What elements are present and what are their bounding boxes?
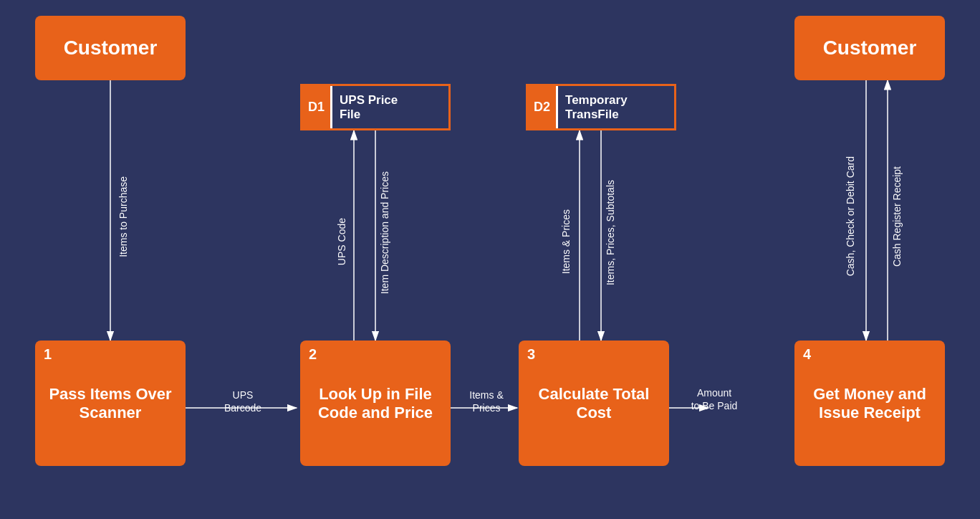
ups-code-text: UPS Code bbox=[336, 218, 347, 265]
datastore-d1-wrapper: D1 UPS Price File bbox=[300, 84, 451, 130]
label-amount-paid: Amount to Be Paid bbox=[675, 386, 754, 412]
cash-check-text: Cash, Check or Debit Card bbox=[845, 156, 856, 276]
amount-paid-text: Amount to Be Paid bbox=[691, 387, 738, 411]
items-prices-subtotals-text: Items, Prices, Subtotals bbox=[605, 180, 616, 285]
process-box-1: 1 Pass Items Over Scanner bbox=[35, 341, 186, 466]
label-item-desc: Item Description and Prices bbox=[379, 134, 390, 331]
process-number-2: 2 bbox=[309, 346, 317, 363]
datastore-d1-id: D1 bbox=[302, 86, 332, 128]
label-cash-register-receipt: Cash Register Receipt bbox=[891, 102, 903, 331]
ups-barcode-text: UPS Barcode bbox=[224, 389, 261, 414]
process-label-1: Pass Items Over Scanner bbox=[49, 385, 171, 422]
label-items-to-purchase: Items to Purchase bbox=[117, 109, 129, 324]
items-to-purchase-text: Items to Purchase bbox=[117, 176, 129, 257]
datastore-d2-id: D2 bbox=[528, 86, 558, 128]
process-number-3: 3 bbox=[527, 346, 535, 363]
process-label-4: Get Money and Issue Receipt bbox=[813, 385, 926, 422]
actor-customer-left: Customer bbox=[35, 16, 186, 80]
process-number-1: 1 bbox=[44, 346, 52, 363]
process-4: 4 Get Money and Issue Receipt bbox=[794, 341, 945, 466]
datastore-d1-name: UPS Price File bbox=[332, 86, 448, 128]
full-diagram: Customer Customer D1 UPS Price File bbox=[17, 9, 963, 510]
diagram-container: Customer Customer D1 UPS Price File bbox=[0, 0, 980, 519]
actor-box-right: Customer bbox=[794, 16, 945, 80]
process-label-3: Calculate Total Cost bbox=[539, 385, 650, 422]
process-box-2: 2 Look Up in File Code and Price bbox=[300, 341, 451, 466]
items-prices-up-text: Items & Prices bbox=[560, 209, 572, 274]
datastore-d2-wrapper: D2 Temporary TransFile bbox=[526, 84, 676, 130]
label-ups-code: UPS Code bbox=[336, 152, 347, 331]
process-label-2: Look Up in File Code and Price bbox=[318, 385, 433, 422]
datastore-d1: D1 UPS Price File bbox=[300, 84, 451, 130]
label-items-prices-horiz: Items & Prices bbox=[458, 389, 515, 414]
datastore-d2: D2 Temporary TransFile bbox=[526, 84, 676, 130]
label-cash-check: Cash, Check or Debit Card bbox=[845, 102, 856, 331]
actor-right-label: Customer bbox=[823, 37, 917, 59]
label-ups-barcode: UPS Barcode bbox=[189, 389, 297, 414]
actor-left-label: Customer bbox=[64, 37, 158, 59]
label-items-prices-up: Items & Prices bbox=[560, 152, 572, 331]
cash-register-receipt-text: Cash Register Receipt bbox=[891, 166, 903, 267]
process-3: 3 Calculate Total Cost bbox=[519, 341, 669, 466]
actor-customer-right: Customer bbox=[794, 16, 945, 80]
datastore-d2-name: Temporary TransFile bbox=[558, 86, 674, 128]
actor-box-left: Customer bbox=[35, 16, 186, 80]
label-items-prices-subtotals: Items, Prices, Subtotals bbox=[605, 134, 616, 331]
process-box-3: 3 Calculate Total Cost bbox=[519, 341, 669, 466]
process-box-4: 4 Get Money and Issue Receipt bbox=[794, 341, 945, 466]
item-desc-text: Item Description and Prices bbox=[379, 171, 390, 294]
process-number-4: 4 bbox=[803, 346, 811, 363]
items-prices-horiz-text: Items & Prices bbox=[469, 389, 503, 414]
process-1: 1 Pass Items Over Scanner bbox=[35, 341, 186, 466]
process-2: 2 Look Up in File Code and Price bbox=[300, 341, 451, 466]
